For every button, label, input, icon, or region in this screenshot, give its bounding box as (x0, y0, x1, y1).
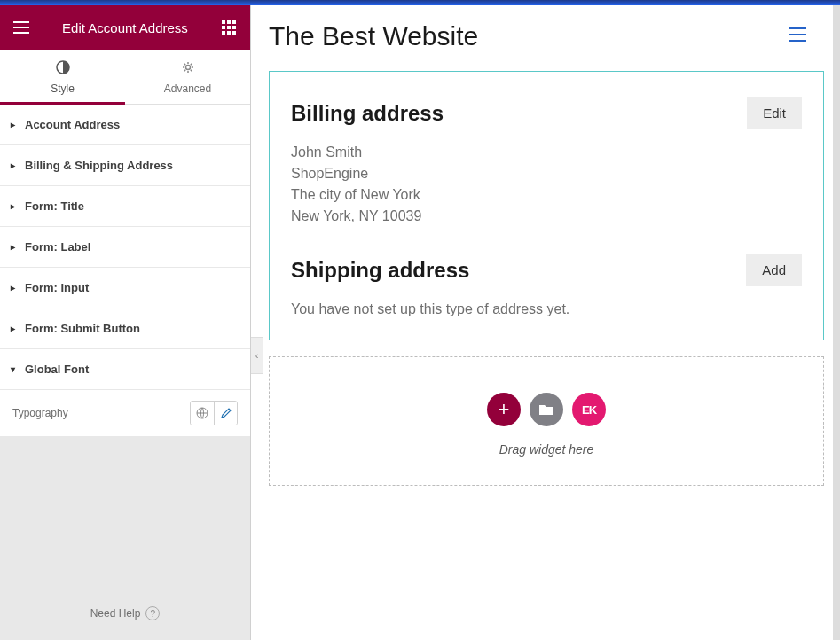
tab-advanced-label: Advanced (164, 82, 211, 95)
main-canvas: The Best Website Billing address Edit Jo… (251, 5, 840, 640)
typography-controls (190, 401, 238, 425)
sidebar-footer[interactable]: Need Help ? (0, 587, 250, 640)
billing-heading: Billing address (291, 101, 444, 126)
shipping-section: Shipping address Add You have not set up… (291, 254, 802, 320)
tabs: Style Advanced (0, 50, 250, 105)
billing-line: John Smith (291, 142, 802, 163)
gear-icon (181, 60, 195, 77)
globe-icon[interactable] (191, 402, 214, 425)
panel-global-font[interactable]: Global Font (0, 349, 250, 390)
svg-rect-5 (232, 26, 236, 29)
dropzone-text: Drag widget here (270, 442, 823, 457)
panel-account-address[interactable]: Account Address (0, 105, 250, 145)
collapse-sidebar-handle[interactable]: ‹ (251, 337, 263, 374)
panel-form-submit[interactable]: Form: Submit Button (0, 308, 250, 349)
edit-billing-button[interactable]: Edit (747, 97, 802, 129)
panel-list: Account Address Billing & Shipping Addre… (0, 105, 250, 587)
help-icon: ? (145, 606, 160, 620)
address-widget[interactable]: Billing address Edit John Smith ShopEngi… (269, 71, 824, 340)
sidebar-header: Edit Account Address (0, 5, 250, 50)
help-label: Need Help (90, 607, 141, 620)
pencil-icon[interactable] (214, 402, 237, 425)
tab-style[interactable]: Style (0, 50, 125, 104)
dropzone-icons: + EK (270, 393, 823, 426)
style-icon (56, 60, 70, 77)
svg-rect-3 (222, 26, 225, 29)
page-title: The Best Website (269, 21, 478, 51)
typography-row: Typography (0, 390, 250, 436)
billing-section: Billing address Edit John Smith ShopEngi… (291, 97, 802, 227)
panel-form-input[interactable]: Form: Input (0, 268, 250, 308)
shipping-header: Shipping address Add (291, 254, 802, 286)
sidebar-title: Edit Account Address (62, 20, 188, 35)
sidebar: Edit Account Address Style Advanced Acco… (0, 5, 251, 640)
svg-rect-6 (222, 31, 225, 35)
panel-billing-shipping[interactable]: Billing & Shipping Address (0, 145, 250, 186)
typography-label: Typography (12, 407, 68, 419)
panel-form-title[interactable]: Form: Title (0, 186, 250, 227)
billing-address-lines: John Smith ShopEngine The city of New Yo… (291, 142, 802, 227)
svg-rect-8 (232, 31, 236, 35)
billing-header: Billing address Edit (291, 97, 802, 129)
billing-line: The city of New York (291, 184, 802, 206)
add-widget-button[interactable]: + (487, 393, 521, 426)
svg-point-10 (185, 66, 190, 70)
menu-icon[interactable] (11, 17, 32, 38)
svg-rect-2 (232, 20, 236, 24)
tab-advanced[interactable]: Advanced (125, 50, 250, 104)
nav-toggle-icon[interactable] (783, 22, 812, 51)
panel-form-label[interactable]: Form: Label (0, 227, 250, 268)
ek-icon[interactable]: EK (572, 393, 606, 426)
tab-style-label: Style (51, 82, 75, 95)
svg-rect-4 (227, 26, 231, 29)
grid-icon[interactable] (218, 17, 239, 38)
billing-line: New York, NY 10039 (291, 206, 802, 227)
svg-rect-0 (222, 20, 225, 24)
svg-rect-1 (227, 20, 231, 24)
add-shipping-button[interactable]: Add (746, 254, 802, 286)
widget-dropzone[interactable]: + EK Drag widget here (269, 356, 824, 486)
shipping-heading: Shipping address (291, 258, 469, 283)
page-header: The Best Website (269, 21, 824, 51)
folder-icon[interactable] (530, 393, 563, 426)
svg-rect-7 (227, 31, 231, 35)
billing-line: ShopEngine (291, 163, 802, 184)
shipping-empty-text: You have not set up this type of address… (291, 299, 802, 320)
